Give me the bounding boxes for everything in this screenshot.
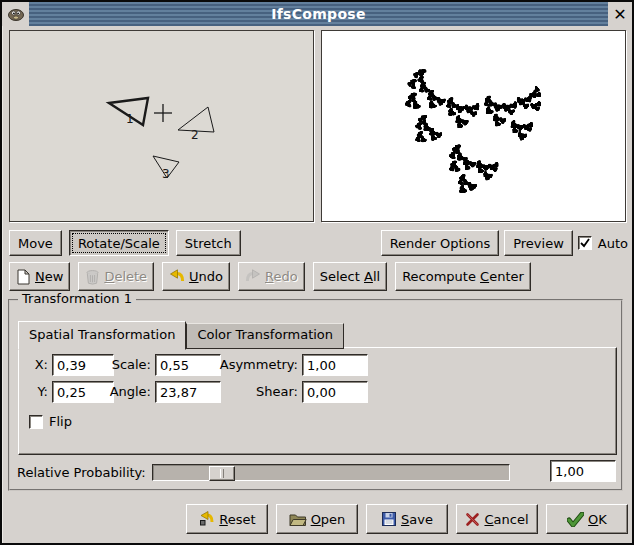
floppy-save-icon bbox=[381, 511, 397, 527]
move-button[interactable]: Move bbox=[9, 230, 62, 256]
new-document-icon bbox=[16, 269, 31, 285]
mode-toolbar: Move Rotate/Scale Stretch Render Options… bbox=[9, 230, 628, 256]
x-label: X: bbox=[21, 357, 48, 372]
trash-icon bbox=[85, 269, 100, 285]
transformation-frame: Transformation 1 Spatial Transformation … bbox=[8, 299, 623, 491]
asymmetry-field[interactable] bbox=[302, 354, 368, 376]
save-button[interactable]: Save bbox=[366, 504, 448, 534]
new-button[interactable]: New bbox=[9, 262, 70, 291]
spatial-transformation-page: X: Scale: Asymmetry: Y: Angle: Shear: Fl… bbox=[18, 347, 617, 455]
shear-label: Shear: bbox=[201, 384, 298, 399]
titlebar-stripes[interactable]: IfsCompose bbox=[29, 2, 608, 26]
redo-button[interactable]: Redo bbox=[238, 262, 305, 291]
window-title: IfsCompose bbox=[271, 6, 366, 22]
design-area[interactable]: 123 bbox=[9, 30, 314, 222]
reset-button[interactable]: Reset bbox=[186, 504, 268, 534]
check-icon bbox=[580, 238, 590, 248]
delete-button[interactable]: Delete bbox=[78, 262, 154, 291]
svg-text:1: 1 bbox=[126, 112, 134, 126]
tab-color-transformation[interactable]: Color Transformation bbox=[186, 323, 344, 349]
scale-label: Scale: bbox=[81, 357, 151, 372]
ok-check-icon bbox=[567, 512, 584, 527]
slider-handle[interactable] bbox=[209, 466, 235, 481]
fractal-preview-area bbox=[321, 30, 626, 222]
auto-checkbox[interactable] bbox=[578, 236, 592, 250]
rotate-scale-button[interactable]: Rotate/Scale bbox=[69, 230, 169, 256]
flip-checkbox[interactable] bbox=[29, 415, 43, 429]
transformation-frame-label: Transformation 1 bbox=[18, 291, 136, 306]
auto-label: Auto bbox=[598, 236, 628, 251]
render-options-button[interactable]: Render Options bbox=[381, 230, 500, 256]
mode-group: Move Rotate/Scale Stretch bbox=[9, 230, 241, 256]
transformation-tabs: Spatial Transformation Color Transformat… bbox=[18, 321, 344, 349]
flip-label: Flip bbox=[49, 414, 72, 429]
cancel-x-icon bbox=[465, 512, 480, 527]
preview-button[interactable]: Preview bbox=[504, 230, 573, 256]
ifscompose-window: IfsCompose ✕ 123 Move Rotate/Scale Stret… bbox=[0, 0, 634, 545]
redo-arrow-icon bbox=[245, 269, 261, 285]
y-label: Y: bbox=[21, 384, 48, 399]
stretch-button[interactable]: Stretch bbox=[176, 230, 241, 256]
edit-toolbar: New Delete Undo Redo Select All bbox=[9, 262, 531, 291]
angle-label: Angle: bbox=[81, 384, 151, 399]
titlebar: IfsCompose ✕ bbox=[2, 2, 632, 26]
relative-probability-slider[interactable] bbox=[152, 464, 510, 481]
open-folder-icon bbox=[289, 512, 307, 527]
ok-button[interactable]: OK bbox=[546, 504, 628, 534]
revert-icon bbox=[198, 511, 215, 528]
tab-spatial-transformation[interactable]: Spatial Transformation bbox=[18, 321, 186, 350]
svg-text:3: 3 bbox=[162, 167, 170, 181]
relative-probability-label: Relative Probability: bbox=[17, 465, 146, 480]
flip-checkline: Flip bbox=[29, 414, 72, 429]
action-area: Reset Open Save Cancel bbox=[186, 504, 628, 534]
design-svg: 123 bbox=[10, 31, 313, 221]
undo-arrow-icon bbox=[169, 269, 185, 285]
recompute-center-button[interactable]: Recompute Center bbox=[395, 262, 531, 291]
relative-probability-field[interactable] bbox=[550, 460, 616, 482]
auto-checkline: Auto bbox=[578, 230, 628, 256]
svg-text:2: 2 bbox=[191, 128, 199, 142]
window-menu-button[interactable] bbox=[2, 2, 29, 26]
wilber-icon bbox=[7, 7, 25, 21]
cancel-button[interactable]: Cancel bbox=[456, 504, 538, 534]
select-all-button[interactable]: Select All bbox=[313, 262, 387, 291]
preview-canvas bbox=[322, 31, 623, 219]
open-button[interactable]: Open bbox=[276, 504, 358, 534]
asymmetry-label: Asymmetry: bbox=[201, 357, 298, 372]
undo-button[interactable]: Undo bbox=[162, 262, 230, 291]
render-group: Render Options Preview Auto bbox=[381, 230, 628, 256]
shear-field[interactable] bbox=[302, 381, 368, 403]
close-icon[interactable]: ✕ bbox=[608, 2, 632, 26]
